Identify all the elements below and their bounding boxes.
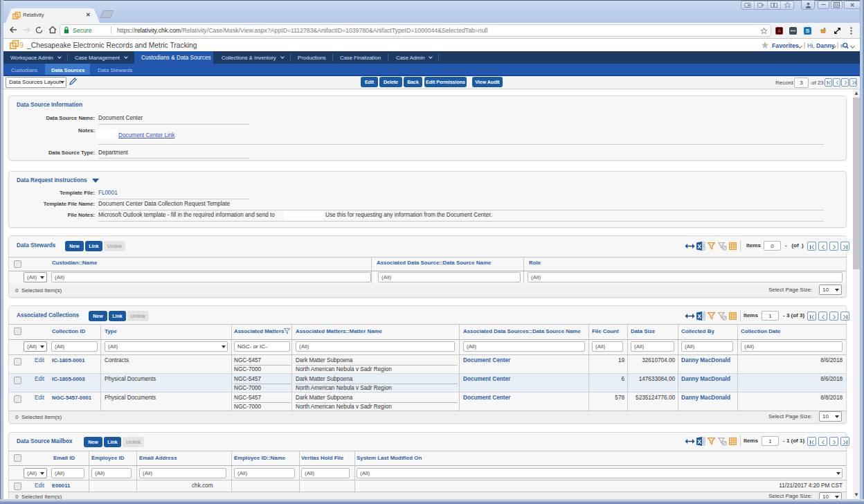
svg-text:X: X xyxy=(697,313,701,320)
svg-text:X: X xyxy=(697,438,701,445)
svg-text:X: X xyxy=(697,243,701,250)
